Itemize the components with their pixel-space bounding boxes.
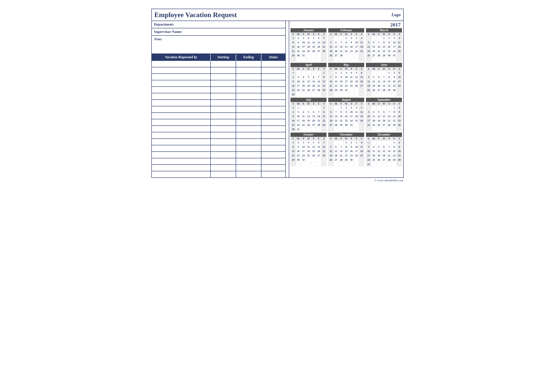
table-cell[interactable] [211, 126, 236, 132]
table-cell[interactable] [211, 164, 236, 171]
table-cell[interactable] [211, 113, 236, 119]
table-cell[interactable] [152, 132, 211, 139]
table-cell[interactable] [236, 126, 261, 132]
table-cell[interactable] [211, 106, 236, 113]
table-cell[interactable] [211, 152, 236, 158]
table-cell[interactable] [211, 93, 236, 100]
table-cell[interactable] [152, 119, 211, 126]
table-cell[interactable] [261, 67, 285, 74]
table-cell[interactable] [236, 106, 261, 113]
table-cell[interactable] [236, 61, 261, 67]
table-row[interactable] [152, 87, 285, 93]
table-cell[interactable] [211, 61, 236, 67]
table-cell[interactable] [236, 100, 261, 106]
table-cell[interactable] [261, 100, 285, 106]
table-cell[interactable] [152, 139, 211, 145]
table-cell[interactable] [211, 158, 236, 164]
table-cell[interactable] [261, 145, 285, 152]
table-cell[interactable] [152, 80, 211, 87]
table-cell[interactable] [152, 145, 211, 152]
table-cell[interactable] [236, 119, 261, 126]
table-cell[interactable] [236, 132, 261, 139]
table-row[interactable] [152, 119, 285, 126]
table-cell[interactable] [261, 119, 285, 126]
table-cell[interactable] [236, 145, 261, 152]
dow-cell: F [316, 137, 321, 141]
table-row[interactable] [152, 126, 285, 132]
table-cell[interactable] [236, 80, 261, 87]
table-cell[interactable] [152, 164, 211, 171]
table-row[interactable] [152, 152, 285, 158]
table-cell[interactable] [236, 87, 261, 93]
table-row[interactable] [152, 145, 285, 152]
dow-cell: S [321, 137, 327, 141]
table-cell[interactable] [236, 139, 261, 145]
table-row[interactable] [152, 106, 285, 113]
table-row[interactable] [152, 61, 285, 67]
table-cell[interactable] [211, 132, 236, 139]
table-cell[interactable] [211, 119, 236, 126]
table-cell[interactable] [236, 74, 261, 80]
table-cell[interactable] [152, 113, 211, 119]
table-row[interactable] [152, 164, 285, 171]
table-cell[interactable] [261, 158, 285, 164]
table-cell[interactable] [261, 106, 285, 113]
table-cell[interactable] [261, 139, 285, 145]
form-container: Employee Vacation Request Logo Departmen… [151, 9, 404, 178]
supervisor-field[interactable]: Supervisor Name: [152, 28, 285, 36]
table-cell[interactable] [261, 113, 285, 119]
table-row[interactable] [152, 93, 285, 100]
day-cell: 22 [392, 119, 397, 123]
table-cell[interactable] [261, 164, 285, 171]
table-cell[interactable] [261, 152, 285, 158]
table-cell[interactable] [236, 152, 261, 158]
table-cell[interactable] [211, 80, 236, 87]
note-field[interactable]: Note: [152, 36, 285, 54]
table-cell[interactable] [211, 139, 236, 145]
table-cell[interactable] [152, 100, 211, 106]
department-field[interactable]: Department: [152, 21, 285, 28]
table-row[interactable] [152, 158, 285, 164]
table-cell[interactable] [152, 106, 211, 113]
table-row[interactable] [152, 80, 285, 87]
table-row[interactable] [152, 171, 285, 177]
table-row[interactable] [152, 139, 285, 145]
day-empty [316, 53, 321, 58]
table-cell[interactable] [152, 158, 211, 164]
table-row[interactable] [152, 132, 285, 139]
table-row[interactable] [152, 67, 285, 74]
table-cell[interactable] [152, 93, 211, 100]
table-cell[interactable] [152, 74, 211, 80]
table-cell[interactable] [261, 93, 285, 100]
table-cell[interactable] [211, 100, 236, 106]
table-cell[interactable] [152, 171, 211, 177]
table-cell[interactable] [152, 152, 211, 158]
table-cell[interactable] [261, 132, 285, 139]
table-cell[interactable] [261, 171, 285, 177]
table-row[interactable] [152, 100, 285, 106]
table-row[interactable] [152, 113, 285, 119]
table-cell[interactable] [152, 61, 211, 67]
table-cell[interactable] [236, 113, 261, 119]
table-cell[interactable] [211, 145, 236, 152]
table-cell[interactable] [236, 164, 261, 171]
table-cell[interactable] [211, 171, 236, 177]
table-cell[interactable] [236, 93, 261, 100]
table-cell[interactable] [261, 80, 285, 87]
table-cell[interactable] [261, 61, 285, 67]
table-cell[interactable] [152, 67, 211, 74]
table-cell[interactable] [261, 126, 285, 132]
table-row[interactable] [152, 74, 285, 80]
table-cell[interactable] [211, 67, 236, 74]
table-cell[interactable] [152, 87, 211, 93]
table-cell[interactable] [152, 126, 211, 132]
table-cell[interactable] [261, 74, 285, 80]
table-cell[interactable] [236, 67, 261, 74]
table-cell[interactable] [211, 87, 236, 93]
table-cell[interactable] [236, 158, 261, 164]
dow-row: SMTWTFS [291, 33, 327, 36]
table-cell[interactable] [236, 171, 261, 177]
table-cell[interactable] [211, 74, 236, 80]
day-cell: 29 [321, 88, 327, 93]
table-cell[interactable] [261, 87, 285, 93]
